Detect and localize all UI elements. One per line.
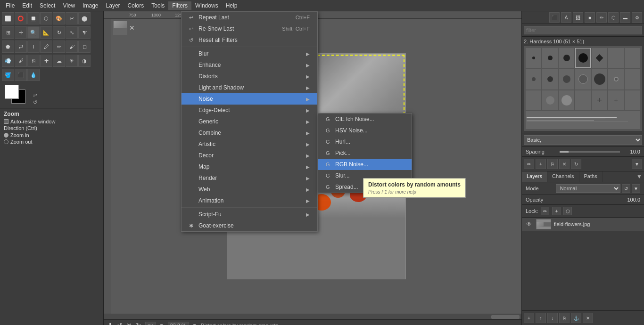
brush-cell[interactable] <box>559 69 574 89</box>
panel-icon-gradient[interactable]: ▬ <box>620 12 630 23</box>
menu-tools[interactable]: Tools <box>148 1 168 10</box>
tabs-expand-icon[interactable]: ▼ <box>635 171 644 182</box>
layer-new-btn[interactable]: + <box>524 313 534 323</box>
brush-action-delete[interactable]: ✕ <box>559 159 570 169</box>
unit-selector[interactable]: px <box>145 322 156 325</box>
tool-paintbrush[interactable]: 🖌 <box>66 41 78 53</box>
tool-perspective[interactable]: ⬟ <box>2 41 14 53</box>
reset-colors-icon[interactable]: ↺ <box>33 99 37 106</box>
menu-cie-noise[interactable]: G CIE lch Noise... <box>318 114 412 125</box>
tool-text[interactable]: T <box>27 41 40 53</box>
menu-image[interactable]: Image <box>79 1 102 10</box>
brush-action-edit[interactable]: ✏ <box>524 159 534 169</box>
statusbar-icon-cancel[interactable]: ✕ <box>126 322 132 325</box>
lock-brush-icon[interactable]: ✏ <box>541 207 549 215</box>
menu-edge-detect[interactable]: Edge-Detect ▶ <box>182 105 317 116</box>
brush-cell[interactable]: + <box>592 90 607 110</box>
menu-artistic[interactable]: Artistic ▶ <box>182 138 317 150</box>
menu-select[interactable]: Select <box>36 1 59 10</box>
tool-path[interactable]: 🖊 <box>40 41 52 53</box>
tool-ellipse-select[interactable]: ⭕ <box>15 12 27 24</box>
tool-shear[interactable]: ⧨ <box>78 26 91 39</box>
menu-light-shadow[interactable]: Light and Shadow ▶ <box>182 82 317 93</box>
tool-bucket-fill[interactable]: 🪣 <box>2 69 14 81</box>
mode-reset-icon[interactable]: ↺ <box>622 184 630 193</box>
menu-windows[interactable]: Windows <box>191 1 222 10</box>
brush-cell[interactable] <box>592 48 607 68</box>
tool-zoom[interactable]: 🔍 <box>27 26 40 39</box>
brush-cell[interactable] <box>526 111 640 129</box>
menu-distorts[interactable]: Distorts ▶ <box>182 71 317 82</box>
layer-anchor-btn[interactable]: ⚓ <box>571 313 581 323</box>
menu-combine[interactable]: Combine ▶ <box>182 127 317 138</box>
tool-eraser[interactable]: ◻ <box>78 41 91 53</box>
auto-resize-checkbox[interactable] <box>4 119 8 124</box>
brush-cell[interactable] <box>575 90 591 110</box>
statusbar-icon-reset[interactable]: ↺ <box>117 322 123 325</box>
fg-color-swatch[interactable] <box>5 85 19 99</box>
brush-cell[interactable] <box>575 48 591 68</box>
menu-noise[interactable]: Noise ▶ <box>182 93 317 105</box>
menu-help[interactable]: Help <box>222 1 241 10</box>
tool-heal[interactable]: ✚ <box>40 55 52 67</box>
brush-cell[interactable] <box>526 90 541 110</box>
menu-file[interactable]: File <box>2 1 18 10</box>
panel-icon-pencil[interactable]: ✏ <box>596 12 607 23</box>
brush-cell[interactable] <box>559 48 574 68</box>
tool-free-select[interactable]: 🔲 <box>27 12 40 24</box>
menu-generic[interactable]: Generic ▶ <box>182 116 317 127</box>
tool-rect-select[interactable]: ⬜ <box>2 12 14 24</box>
filter-search-input[interactable] <box>524 26 642 34</box>
panel-icon-color[interactable]: ■ <box>585 12 595 23</box>
tool-rotate[interactable]: ↻ <box>53 26 65 39</box>
menu-reshow-last[interactable]: ↩ Re-Show Last Shift+Ctrl+F <box>182 23 317 34</box>
tool-color-picker[interactable]: 💧 <box>27 69 40 81</box>
tab-channels[interactable]: Channels <box>547 171 579 182</box>
menu-blur[interactable]: Blur ▶ <box>182 48 317 59</box>
menu-decor[interactable]: Decor ▶ <box>182 150 317 161</box>
mode-arrow-icon[interactable]: ▼ <box>632 184 640 193</box>
brush-cell[interactable] <box>542 48 558 68</box>
menu-animation[interactable]: Animation ▶ <box>182 195 317 206</box>
brush-cell[interactable] <box>608 69 624 89</box>
tab-paths[interactable]: Paths <box>579 171 603 182</box>
menu-repeat-last[interactable]: ↩ Repeat Last Ctrl+F <box>182 12 317 23</box>
brush-cell[interactable] <box>625 48 640 68</box>
statusbar-icon-new[interactable]: ⬇ <box>107 322 113 325</box>
tool-move[interactable]: ✛ <box>15 26 27 39</box>
menu-filters[interactable]: Filters <box>168 1 191 10</box>
unit-arrow[interactable]: ▼ <box>159 323 164 325</box>
lock-alpha-icon[interactable]: ⬡ <box>563 207 572 215</box>
tool-smudge[interactable]: ☁ <box>53 55 65 67</box>
tool-dodge-burn[interactable]: ☀ <box>66 55 78 67</box>
brush-cell[interactable] <box>526 69 541 89</box>
zoom-out-radio[interactable] <box>4 139 8 144</box>
panel-icon-cursor[interactable]: ⬛ <box>549 12 560 23</box>
panel-icon-pattern[interactable]: ⬡ <box>608 12 619 23</box>
tool-clone[interactable]: ⎘ <box>27 55 40 67</box>
tool-flip[interactable]: ⇄ <box>15 41 27 53</box>
layer-delete-btn[interactable]: ✕ <box>583 313 593 323</box>
menu-render[interactable]: Render ▶ <box>182 172 317 184</box>
brush-cell[interactable] <box>542 69 558 89</box>
menu-hurl[interactable]: G Hurl... <box>318 136 412 147</box>
zoom-in-radio[interactable] <box>4 133 8 138</box>
tool-align[interactable]: ⊞ <box>2 26 14 39</box>
brush-cell[interactable] <box>625 90 640 110</box>
lock-position-icon[interactable]: + <box>552 207 561 215</box>
menu-layer[interactable]: Layer <box>102 1 124 10</box>
tool-fuzzy-select[interactable]: ⬡ <box>40 12 52 24</box>
layer-lower-btn[interactable]: ↓ <box>547 313 558 323</box>
tool-desaturate[interactable]: ◑ <box>78 55 91 67</box>
brush-action-duplicate[interactable]: ⎘ <box>547 159 558 169</box>
menu-pick[interactable]: G Pick... <box>318 147 412 159</box>
tool-foreground-select[interactable]: ⬤ <box>78 12 91 24</box>
tool-ink[interactable]: 🖋 <box>15 55 27 67</box>
brush-cell[interactable] <box>608 48 624 68</box>
tool-blend[interactable]: ⬛ <box>15 69 27 81</box>
layer-raise-btn[interactable]: ↑ <box>536 313 546 323</box>
menu-colors[interactable]: Colors <box>124 1 148 10</box>
tool-scale[interactable]: ⤡ <box>66 26 78 39</box>
brush-cell[interactable] <box>526 48 541 68</box>
tool-airbrush[interactable]: 💨 <box>2 55 14 67</box>
